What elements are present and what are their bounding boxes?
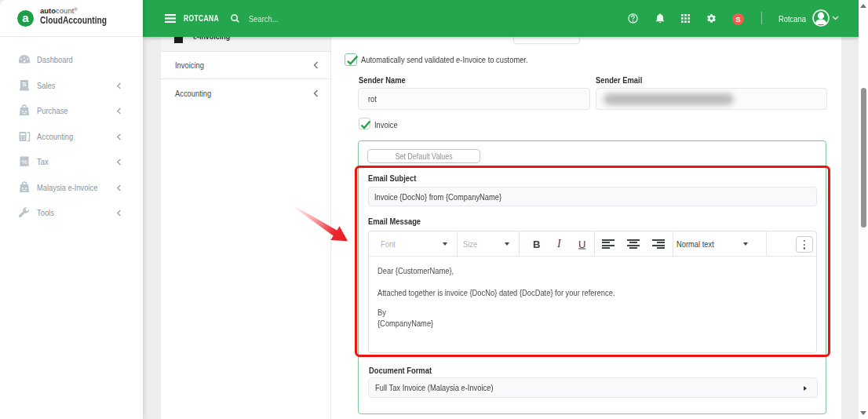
svg-text:%: % bbox=[21, 158, 27, 166]
svg-text:S: S bbox=[22, 81, 27, 88]
